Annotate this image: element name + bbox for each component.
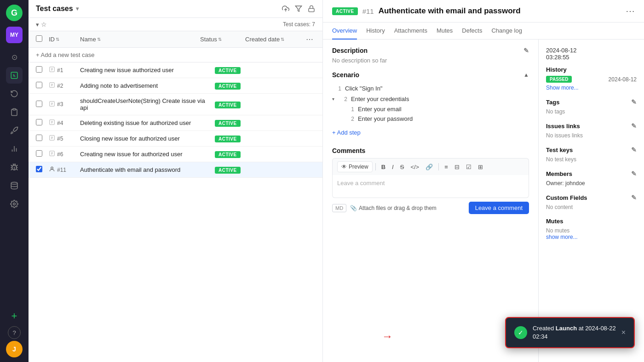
mutes-show-more[interactable]: show more...: [546, 234, 637, 240]
scenario-substep-1: 1 Enter your email: [345, 104, 529, 114]
bold-button[interactable]: B: [379, 162, 388, 172]
description-edit-icon[interactable]: ✎: [523, 47, 529, 54]
comment-input-area[interactable]: Leave a comment: [332, 175, 529, 198]
tab-defects[interactable]: Defects: [462, 23, 482, 40]
sidebar-item-add[interactable]: +: [6, 308, 23, 324]
toast-close-button[interactable]: ×: [621, 328, 626, 337]
detail-sidebar: 2024-08-1203:28:55 History PASSED 2024-0…: [538, 40, 644, 362]
tab-mutes[interactable]: Mutes: [437, 23, 453, 40]
comments-section: Comments 👁 Preview B I S </> 🔗: [332, 147, 529, 214]
row-checkbox-wrapper: [36, 135, 45, 142]
tab-history[interactable]: History: [366, 23, 385, 40]
name-sort-icon[interactable]: ⇅: [97, 37, 101, 42]
scenario-collapse-icon[interactable]: ▲: [523, 72, 529, 78]
scenario-substep-2: 2 Enter your password: [345, 114, 529, 124]
row-checkbox-4[interactable]: [36, 135, 42, 141]
row-name-3: Deleting existing issue for authorized u…: [80, 119, 211, 126]
row-checkbox-2[interactable]: [36, 101, 42, 107]
sidebar-item-rocket[interactable]: [6, 122, 23, 139]
tags-edit-icon[interactable]: ✎: [631, 98, 637, 106]
toast-text: Created Launch at 2024-08-2202:34: [533, 324, 616, 341]
italic-button[interactable]: I: [389, 162, 397, 172]
preview-tab[interactable]: 👁 Preview: [337, 161, 373, 172]
step-2-collapse-icon[interactable]: ▾: [332, 96, 334, 102]
tab-changelog[interactable]: Change log: [491, 23, 522, 40]
sidebar-issues-links-title: Issues links ✎: [546, 122, 637, 130]
description-value: No description so far: [332, 57, 529, 64]
tab-attachments[interactable]: Attachments: [394, 23, 427, 40]
row-checkbox-1[interactable]: [36, 82, 42, 88]
test-row-11[interactable]: #11 Authenticate with email and password…: [29, 162, 322, 178]
comments-title: Comments: [332, 147, 529, 154]
sidebar-members: Members ✎ Owner: johndoe: [546, 170, 637, 187]
custom-fields-edit-icon[interactable]: ✎: [631, 194, 637, 201]
row-checkbox-6[interactable]: [36, 166, 42, 172]
lock-icon[interactable]: [308, 5, 315, 12]
link-button[interactable]: 🔗: [423, 162, 436, 172]
svg-marker-8: [295, 6, 301, 11]
svg-point-16: [51, 167, 53, 169]
toast-success-icon: ✓: [514, 326, 527, 339]
test-row-2[interactable]: #2 Adding note to advertisement ACTIVE: [29, 78, 322, 94]
id-sort-icon[interactable]: ⇅: [56, 37, 59, 42]
code-button[interactable]: </>: [408, 162, 422, 172]
workspace-avatar[interactable]: MY: [6, 27, 23, 43]
comment-toolbar: 👁 Preview B I S </> 🔗 ≡ ⊟ ☑ ⊞: [332, 158, 529, 175]
collapse-icon[interactable]: ▾: [36, 21, 39, 28]
table-more-icon[interactable]: ⋯: [304, 35, 315, 44]
test-keys-edit-icon[interactable]: ✎: [631, 146, 637, 153]
members-edit-icon[interactable]: ✎: [631, 170, 637, 177]
scenario-substeps: 1 Enter your email 2 Enter your password: [345, 104, 529, 124]
sidebar-item-clipboard[interactable]: [6, 104, 23, 120]
detail-tabs: Overview History Attachments Mutes Defec…: [323, 23, 644, 40]
sidebar-item-help[interactable]: ?: [8, 326, 21, 339]
attach-files-button[interactable]: 📎 Attach files or drag & drop them: [350, 205, 437, 211]
table-button[interactable]: ⊞: [475, 162, 486, 172]
add-test-case-row[interactable]: + Add a new test case: [29, 48, 322, 62]
row-checkbox-5[interactable]: [36, 150, 42, 157]
ordered-list-button[interactable]: ⊟: [452, 162, 462, 172]
tab-overview[interactable]: Overview: [332, 23, 357, 40]
status-sort-icon[interactable]: ⇅: [218, 37, 222, 42]
sidebar-item-settings[interactable]: [6, 196, 23, 212]
detail-status-badge: ACTIVE: [332, 7, 358, 15]
test-row-6[interactable]: #6 Creating new issue for authorized use…: [29, 147, 322, 162]
test-rows-container: #1 Creating new issue authorized user AC…: [29, 62, 322, 178]
sidebar-item-code[interactable]: [6, 67, 23, 84]
strikethrough-button[interactable]: S: [397, 162, 407, 172]
row-id-5: #6: [49, 150, 76, 158]
upload-icon[interactable]: [282, 5, 289, 12]
row-status-2: ACTIVE: [215, 101, 256, 108]
sidebar-item-refresh[interactable]: [6, 85, 23, 102]
add-step-button[interactable]: + Add step: [332, 127, 529, 138]
sidebar-item-bug[interactable]: [6, 159, 23, 175]
chevron-down-icon[interactable]: ▾: [76, 6, 79, 12]
row-name-4: Closing new issue for authorized user: [80, 135, 211, 142]
test-keys-value: No test keys: [546, 156, 637, 163]
column-header-date: Created date ⇅: [245, 36, 300, 43]
toast-notification: ✓ Created Launch at 2024-08-2202:34 ×: [505, 317, 635, 348]
issues-links-edit-icon[interactable]: ✎: [631, 122, 637, 130]
row-checkbox-3[interactable]: [36, 119, 42, 125]
date-sort-icon[interactable]: ⇅: [281, 37, 284, 42]
test-row-1[interactable]: #1 Creating new issue authorized user AC…: [29, 62, 322, 78]
history-show-more[interactable]: Show more...: [546, 85, 637, 91]
star-icon[interactable]: ☆: [41, 21, 47, 28]
leave-comment-button[interactable]: Leave a comment: [469, 202, 529, 214]
row-checkbox-0[interactable]: [36, 66, 42, 73]
sidebar-item-chart[interactable]: [6, 141, 23, 157]
test-row-3[interactable]: #3 shouldCreateUserNote(String) Create i…: [29, 94, 322, 115]
column-header-status: Status ⇅: [200, 36, 242, 43]
filter-icon[interactable]: [295, 5, 302, 12]
sidebar-item-dashboard[interactable]: ⊙: [6, 49, 23, 65]
test-row-5[interactable]: #5 Closing new issue for authorized user…: [29, 131, 322, 147]
comment-footer: MD 📎 Attach files or drag & drop them Le…: [332, 202, 529, 214]
bullet-list-button[interactable]: ≡: [442, 162, 451, 172]
checklist-button[interactable]: ☑: [463, 162, 474, 172]
select-all-checkbox[interactable]: [36, 35, 42, 42]
app-logo[interactable]: G: [6, 5, 23, 21]
test-row-4[interactable]: #4 Deleting existing issue for authorize…: [29, 115, 322, 131]
detail-more-icon[interactable]: ⋯: [626, 6, 635, 17]
sidebar-item-storage[interactable]: [6, 177, 23, 194]
user-avatar[interactable]: J: [6, 341, 23, 357]
